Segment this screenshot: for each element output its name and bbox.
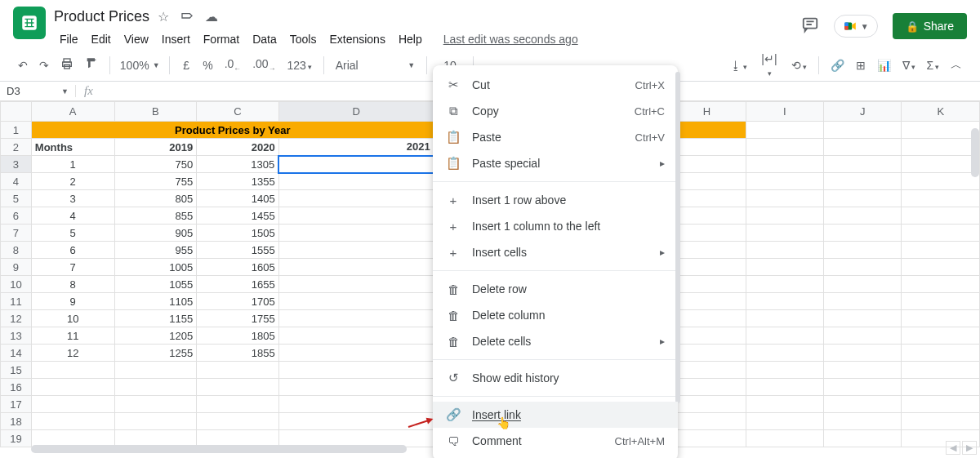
cell-K12[interactable]	[902, 310, 980, 327]
cell-D14[interactable]	[278, 345, 434, 362]
cell-C2[interactable]: 2020	[197, 139, 279, 156]
row-header-17[interactable]: 17	[1, 396, 32, 413]
decrease-decimal-button[interactable]: .0←	[220, 54, 247, 76]
cell-D6[interactable]	[278, 207, 434, 225]
row-header-11[interactable]: 11	[1, 293, 32, 310]
cell-I16[interactable]	[746, 379, 823, 396]
cell-A6[interactable]: 4	[31, 207, 114, 225]
sheets-app-icon[interactable]	[13, 7, 46, 39]
cell-A3[interactable]: 1	[31, 156, 114, 173]
filter-menu[interactable]: ∇	[898, 56, 920, 75]
col-header-I[interactable]: I	[746, 102, 823, 122]
cell-D9[interactable]	[278, 259, 434, 276]
ctx-paste[interactable]: 📋 Paste Ctrl+V	[433, 124, 678, 150]
undo-button[interactable]: ↶	[13, 56, 33, 75]
menu-insert[interactable]: Insert	[156, 29, 196, 49]
ctx-edit-history[interactable]: ↺ Show edit history	[433, 365, 678, 391]
document-title[interactable]: Product Prices	[54, 8, 149, 25]
cell-I11[interactable]	[746, 293, 823, 310]
cell-K8[interactable]	[902, 242, 980, 259]
cell-J5[interactable]	[824, 190, 902, 207]
cell-D16[interactable]	[278, 379, 434, 396]
row-header-4[interactable]: 4	[1, 173, 32, 190]
star-icon[interactable]: ☆	[158, 9, 169, 24]
cell-A9[interactable]: 7	[31, 259, 114, 276]
print-button[interactable]	[56, 54, 78, 76]
menu-file[interactable]: File	[54, 29, 84, 49]
cell-C16[interactable]	[197, 379, 279, 396]
cell-A17[interactable]	[31, 396, 114, 413]
cell-B6[interactable]: 855	[114, 207, 197, 225]
row-header-12[interactable]: 12	[1, 310, 32, 327]
cell-D4[interactable]	[278, 173, 434, 190]
cell-I14[interactable]	[746, 345, 823, 362]
cell-K5[interactable]	[902, 190, 980, 207]
cell-K10[interactable]	[902, 276, 980, 293]
col-header-J[interactable]: J	[824, 102, 902, 122]
paint-format-button[interactable]	[80, 54, 103, 76]
cell-J10[interactable]	[824, 276, 902, 293]
cell-B12[interactable]: 1155	[114, 310, 197, 327]
insert-link-button[interactable]: 🔗	[826, 56, 849, 75]
ctx-paste-special[interactable]: 📋 Paste special ▸	[433, 150, 678, 176]
cell-C9[interactable]: 1605	[197, 259, 279, 276]
ctx-insert-cells[interactable]: + Insert cells ▸	[433, 239, 678, 265]
cell-C8[interactable]: 1555	[197, 242, 279, 259]
cell-D8[interactable]	[278, 242, 434, 259]
row-header-3[interactable]: 3	[1, 156, 32, 173]
cell-J1[interactable]	[824, 122, 902, 139]
row-header-9[interactable]: 9	[1, 259, 32, 276]
row-header-16[interactable]: 16	[1, 379, 32, 396]
text-wrap-menu[interactable]: |↵|	[754, 49, 785, 82]
row-header-2[interactable]: 2	[1, 139, 32, 156]
cell-K7[interactable]	[902, 225, 980, 242]
cell-B13[interactable]: 1205	[114, 327, 197, 345]
sheet-tab-nav[interactable]: ◀▶	[946, 441, 977, 455]
cell-I6[interactable]	[746, 207, 823, 225]
cell-B3[interactable]: 750	[114, 156, 197, 173]
cell-J12[interactable]	[824, 310, 902, 327]
ctx-insert-link[interactable]: 🔗 Insert link 👆	[433, 402, 678, 428]
menu-extensions[interactable]: Extensions	[323, 29, 390, 49]
row-header-14[interactable]: 14	[1, 345, 32, 362]
cell-K2[interactable]	[902, 139, 980, 156]
menu-edit[interactable]: Edit	[86, 29, 117, 49]
collapse-toolbar-button[interactable]: ︿	[946, 55, 967, 76]
col-header-A[interactable]: A	[31, 102, 114, 122]
cell-I15[interactable]	[746, 362, 823, 379]
cell-D10[interactable]	[278, 276, 434, 293]
cloud-status-icon[interactable]: ☁	[205, 9, 218, 24]
cell-J2[interactable]	[824, 139, 902, 156]
name-box[interactable]: D3▼	[0, 85, 76, 97]
cell-D2[interactable]: 2021	[278, 139, 434, 156]
cell-K14[interactable]	[902, 345, 980, 362]
cell-J15[interactable]	[824, 362, 902, 379]
cell-I17[interactable]	[746, 396, 823, 413]
cell-A8[interactable]: 6	[31, 242, 114, 259]
cell-I5[interactable]	[746, 190, 823, 207]
cell-K4[interactable]	[902, 173, 980, 190]
cell-A14[interactable]: 12	[31, 345, 114, 362]
cell-C12[interactable]: 1755	[197, 310, 279, 327]
font-select[interactable]: Arial▼	[331, 57, 420, 73]
cell-B11[interactable]: 1105	[114, 293, 197, 310]
text-rotation-menu[interactable]: ⟲	[786, 56, 812, 75]
cell-I2[interactable]	[746, 139, 823, 156]
cell-I12[interactable]	[746, 310, 823, 327]
cell-J13[interactable]	[824, 327, 902, 345]
cell-A4[interactable]: 2	[31, 173, 114, 190]
share-button[interactable]: 🔒 Share	[893, 13, 967, 39]
vertical-scrollbar[interactable]	[971, 128, 979, 177]
cell-C17[interactable]	[197, 396, 279, 413]
cell-C18[interactable]	[197, 413, 279, 430]
cell-C3[interactable]: 1305	[197, 156, 279, 173]
cell-K11[interactable]	[902, 293, 980, 310]
cell-K17[interactable]	[902, 396, 980, 413]
cell-I9[interactable]	[746, 259, 823, 276]
cell-A12[interactable]: 10	[31, 310, 114, 327]
cell-A15[interactable]	[31, 362, 114, 379]
cell-I4[interactable]	[746, 173, 823, 190]
row-header-7[interactable]: 7	[1, 225, 32, 242]
percent-format-button[interactable]: %	[198, 56, 217, 75]
ctx-delete-column[interactable]: 🗑 Delete column	[433, 302, 678, 328]
